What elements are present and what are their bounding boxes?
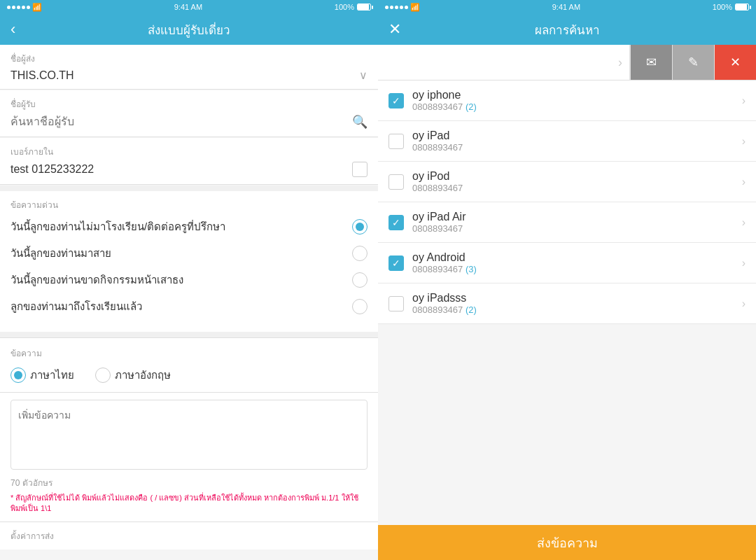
result-name-5: oy iPadsss — [412, 292, 734, 304]
search-icon[interactable]: 🔍 — [352, 114, 368, 130]
recipient-label: ชื่อผู้รับ — [10, 97, 368, 111]
mail-action-button[interactable]: ✉ — [630, 45, 672, 80]
left-status-bar: 📶 9:41 AM 100% — [0, 0, 378, 14]
right-battery-pct: 100% — [713, 3, 732, 11]
right-time: 9:41 AM — [552, 3, 580, 11]
action-spacer: › — [378, 45, 630, 80]
result-chevron-1: › — [742, 135, 746, 148]
wifi-icon: 📶 — [32, 3, 42, 12]
left-header: ‹ ส่งแบบผู้รับเดี่ยว — [0, 14, 378, 45]
sender-section: ชื่อผู้ส่ง THIS.CO.TH ∨ — [0, 45, 378, 90]
signal-dots — [7, 6, 30, 9]
delete-icon: ✕ — [730, 55, 741, 70]
urgent-option-2[interactable]: วันนี้ลูกของท่านขาดกิจกรรมหน้าเสาธง — [10, 272, 368, 288]
result-name-2: oy iPod — [412, 170, 734, 183]
mail-icon: ✉ — [646, 55, 657, 70]
result-name-0: oy iphone — [412, 89, 734, 102]
send-button[interactable]: ส่งข้อความ — [378, 525, 756, 560]
warning-text: * สัญลักษณ์ที่ใช้ไม่ได้ พิมพ์แล้วไม่แสดง… — [10, 493, 368, 514]
language-section: ข้อความ ภาษาไทย ภาษาอังกฤษ — [0, 337, 378, 392]
urgent-radio-1[interactable] — [352, 246, 368, 261]
result-phone-3: 0808893467 — [412, 223, 734, 234]
urgent-option-1[interactable]: วันนี้ลูกของท่านมาสาย — [10, 245, 368, 262]
result-item-4[interactable]: ✓ oy Android 0808893467 (3) › — [378, 243, 756, 284]
urgent-radio-0[interactable] — [352, 219, 368, 234]
result-item-5[interactable]: oy iPadsss 0808893467 (2) › — [378, 284, 756, 324]
right-phone: 📶 9:41 AM 100% ✕ ผลการค้นหา › ✉ — [378, 0, 756, 560]
bottom-label: ตั้งค่าการส่ง — [10, 529, 368, 542]
lang-thai[interactable]: ภาษาไทย — [10, 367, 74, 384]
right-status-bar: 📶 9:41 AM 100% — [378, 0, 756, 14]
right-header-title: ผลการค้นหา — [535, 20, 600, 39]
back-button[interactable]: ‹ — [10, 20, 15, 38]
sender-label: ชื่อผู้ส่ง — [10, 52, 368, 65]
recipient-section[interactable]: ชื่อผู้รับ 🔍 — [0, 90, 378, 137]
internal-number-section: เบอร์ภายใน test 0125233222 — [0, 138, 378, 185]
urgent-option-3-text: ลูกของท่านมาถึงโรงเรียนแล้ว — [10, 298, 142, 315]
result-item-1[interactable]: oy iPad 0808893467 › — [378, 121, 756, 162]
result-chevron-2: › — [742, 176, 746, 188]
result-checkbox-2[interactable] — [388, 174, 404, 190]
sender-value: THIS.CO.TH — [10, 69, 74, 82]
urgent-radio-3[interactable] — [352, 299, 368, 314]
result-phone-0: 0808893467 (2) — [412, 102, 734, 112]
close-button[interactable]: ✕ — [388, 20, 401, 38]
left-header-title: ส่งแบบผู้รับเดี่ยว — [148, 20, 230, 39]
message-textarea[interactable] — [10, 400, 368, 470]
lang-english-radio[interactable] — [95, 368, 111, 383]
left-battery-icon — [357, 4, 371, 10]
phones-container: 📶 9:41 AM 100% ‹ ส่งแบบผู้รับเดี่ยว ชื่อ… — [0, 0, 756, 560]
result-chevron-0: › — [742, 94, 746, 107]
left-time: 9:41 AM — [174, 3, 202, 11]
lang-thai-label: ภาษาไทย — [30, 367, 74, 384]
left-content: ชื่อผู้ส่ง THIS.CO.TH ∨ ชื่อผู้รับ 🔍 เบอ… — [0, 45, 378, 560]
result-phone-4: 0808893467 (3) — [412, 264, 734, 274]
send-button-label: ส่งข้อความ — [537, 533, 598, 553]
divider-1 — [0, 186, 378, 191]
urgent-option-0[interactable]: วันนี้ลูกของท่านไม่มาโรงเรียน/ติดต่อครูท… — [10, 218, 368, 235]
right-battery-icon — [735, 4, 749, 10]
result-phone-2: 0808893467 — [412, 183, 734, 193]
internal-number-value: test 0125233222 — [10, 163, 94, 176]
result-name-4: oy Android — [412, 251, 734, 264]
result-item-2[interactable]: oy iPod 0808893467 › — [378, 162, 756, 202]
delete-action-button[interactable]: ✕ — [714, 45, 756, 80]
results-empty-space — [378, 324, 756, 394]
result-phone-1: 0808893467 — [412, 142, 734, 153]
action-row: › ✉ ✎ ✕ — [378, 45, 756, 80]
right-header: ✕ ผลการค้นหา — [378, 14, 756, 45]
result-chevron-3: › — [742, 216, 746, 229]
result-phone-5: 0808893467 (2) — [412, 304, 734, 315]
edit-action-button[interactable]: ✎ — [672, 45, 714, 80]
divider-2 — [0, 332, 378, 337]
result-chevron-5: › — [742, 298, 746, 310]
result-item-0[interactable]: ✓ oy iphone 0808893467 (2) › — [378, 80, 756, 121]
result-checkbox-4[interactable]: ✓ — [388, 255, 404, 271]
right-signal-dots — [385, 6, 408, 9]
sender-chevron-icon: ∨ — [359, 69, 368, 82]
urgent-message-section: ข้อความด่วน วันนี้ลูกของท่านไม่มาโรงเรีย… — [0, 191, 378, 332]
search-results: ✓ oy iphone 0808893467 (2) › oy iPad 080… — [378, 80, 756, 525]
internal-number-checkbox[interactable] — [352, 162, 368, 177]
urgent-option-3[interactable]: ลูกของท่านมาถึงโรงเรียนแล้ว — [10, 298, 368, 315]
bottom-settings: ตั้งค่าการส่ง — [0, 522, 378, 550]
lang-thai-radio[interactable] — [10, 368, 26, 383]
internal-number-label: เบอร์ภายใน — [10, 145, 368, 158]
urgent-label: ข้อความด่วน — [10, 198, 368, 211]
result-name-3: oy iPad Air — [412, 211, 734, 223]
result-name-1: oy iPad — [412, 130, 734, 142]
edit-icon: ✎ — [688, 55, 699, 70]
lang-english-label: ภาษาอังกฤษ — [115, 367, 171, 384]
result-checkbox-0[interactable]: ✓ — [388, 93, 404, 108]
lang-english[interactable]: ภาษาอังกฤษ — [95, 367, 171, 384]
right-wifi-icon: 📶 — [410, 3, 420, 12]
char-count: 70 ตัวอักษร — [10, 476, 368, 489]
left-phone: 📶 9:41 AM 100% ‹ ส่งแบบผู้รับเดี่ยว ชื่อ… — [0, 0, 378, 560]
result-checkbox-1[interactable] — [388, 134, 404, 149]
result-checkbox-3[interactable]: ✓ — [388, 215, 404, 230]
urgent-option-0-text: วันนี้ลูกของท่านไม่มาโรงเรียน/ติดต่อครูท… — [10, 218, 225, 235]
recipient-input[interactable] — [10, 115, 352, 128]
result-checkbox-5[interactable] — [388, 296, 404, 312]
result-item-3[interactable]: ✓ oy iPad Air 0808893467 › — [378, 202, 756, 243]
urgent-radio-2[interactable] — [352, 272, 368, 288]
